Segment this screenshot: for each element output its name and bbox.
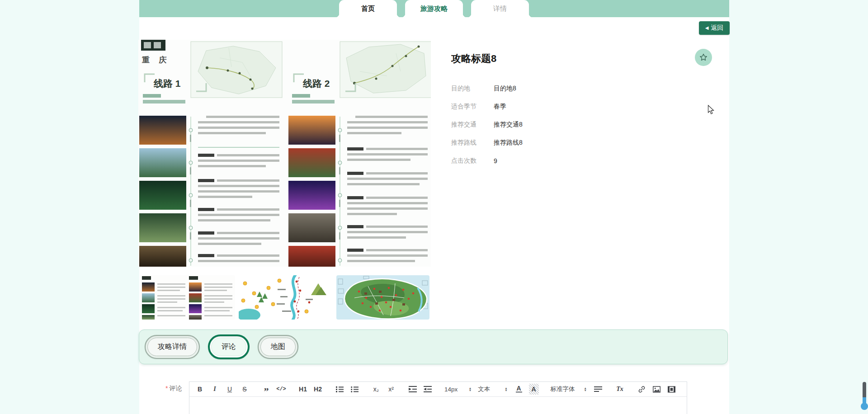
- star-icon: [699, 53, 708, 62]
- gallery-thumbnail-illustrated-route[interactable]: [239, 275, 333, 320]
- svg-text:重 庆: 重 庆: [142, 56, 170, 64]
- indent-icon: [424, 386, 432, 392]
- ordered-list-icon: [336, 386, 344, 393]
- blockquote-button[interactable]: ”: [261, 384, 271, 395]
- section-tab-comments[interactable]: 评论: [208, 334, 250, 359]
- heading2-button[interactable]: H2: [313, 384, 323, 395]
- updown-icon: ▲▼: [584, 387, 587, 391]
- bullet-list-button[interactable]: [349, 384, 359, 395]
- section-tab-guide-detail[interactable]: 攻略详情: [145, 335, 200, 359]
- scroll-knob[interactable]: [861, 403, 868, 410]
- font-color-button[interactable]: A: [514, 384, 524, 395]
- underline-button[interactable]: U: [225, 384, 235, 395]
- font-family-select[interactable]: 标准字体 ▲▼: [551, 384, 587, 395]
- insert-link-button[interactable]: [637, 384, 646, 395]
- svg-text:线路 1: 线路 1: [153, 78, 181, 89]
- scroll-indicator[interactable]: [860, 382, 868, 410]
- guide-fields: 目的地 目的地8 适合季节 春季 推荐交通 推荐交通8 推荐路线 推荐路线8 点…: [451, 80, 523, 170]
- nav-tabs: 首页 旅游攻略 详情: [339, 0, 529, 17]
- favorite-button[interactable]: [695, 49, 712, 66]
- section-tabs-panel: 攻略详情 评论 地图: [139, 329, 728, 364]
- indent-button[interactable]: [423, 384, 433, 395]
- back-button[interactable]: ◀ 返回: [699, 21, 730, 35]
- align-button[interactable]: [593, 384, 603, 395]
- back-arrow-icon: ◀: [705, 26, 709, 30]
- gallery-main-image[interactable]: 重 庆 线路 1: [138, 40, 431, 267]
- section-tab-map[interactable]: 地图: [258, 335, 298, 359]
- clear-format-button[interactable]: Tx: [615, 384, 625, 395]
- color-bar: [516, 391, 522, 393]
- gallery-thumbnail-province-map[interactable]: [336, 275, 429, 320]
- required-mark: *: [165, 385, 168, 392]
- svg-text:线路 2: 线路 2: [302, 78, 330, 89]
- outdent-button[interactable]: [408, 384, 418, 395]
- field-row: 推荐交通 推荐交通8: [451, 116, 523, 134]
- code-button[interactable]: </>: [276, 384, 286, 395]
- text-style-select[interactable]: 文本 ▲▼: [478, 384, 507, 395]
- comment-editor-textarea[interactable]: [189, 396, 687, 414]
- tab-travel-guide[interactable]: 旅游攻略: [405, 0, 463, 17]
- comment-field-label: *评论: [165, 385, 182, 393]
- tab-detail[interactable]: 详情: [471, 0, 529, 17]
- editor-toolbar: B I U S ” </> H1 H2 x₂ x² 14px ▲▼ 文本: [189, 381, 687, 397]
- video-icon: [668, 386, 675, 393]
- updown-icon: ▲▼: [469, 387, 472, 391]
- tab-home[interactable]: 首页: [339, 0, 397, 17]
- insert-image-button[interactable]: [651, 384, 661, 395]
- superscript-button[interactable]: x²: [386, 384, 396, 395]
- italic-button[interactable]: I: [210, 384, 220, 395]
- strikethrough-button[interactable]: S: [240, 384, 250, 395]
- heading1-button[interactable]: H1: [298, 384, 308, 395]
- gallery-thumbnail-brochure[interactable]: [141, 275, 235, 320]
- updown-icon: ▲▼: [505, 387, 507, 391]
- field-row: 适合季节 春季: [451, 98, 523, 116]
- mouse-cursor: [708, 105, 715, 117]
- field-row: 推荐路线 推荐路线8: [451, 134, 523, 152]
- align-icon: [594, 386, 602, 392]
- back-button-label: 返回: [711, 24, 723, 32]
- image-icon: [653, 386, 660, 393]
- highlight-color-button[interactable]: A: [529, 384, 539, 395]
- font-size-select[interactable]: 14px ▲▼: [444, 384, 472, 395]
- scroll-track: [863, 382, 866, 398]
- field-row: 目的地 目的地8: [451, 80, 523, 98]
- outdent-icon: [409, 386, 417, 392]
- insert-video-button[interactable]: [666, 384, 676, 395]
- ordered-list-button[interactable]: [335, 384, 344, 395]
- subscript-button[interactable]: x₂: [371, 384, 381, 395]
- bullet-list-icon: [351, 386, 359, 393]
- bold-button[interactable]: B: [195, 384, 205, 395]
- page-title: 攻略标题8: [451, 52, 496, 66]
- field-row: 点击次数 9: [451, 152, 523, 170]
- link-icon: [638, 386, 646, 393]
